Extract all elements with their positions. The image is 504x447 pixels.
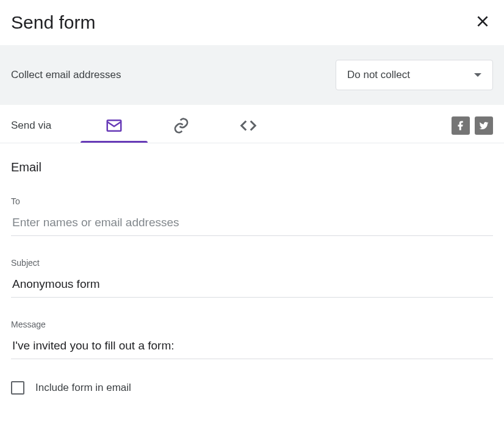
embed-icon xyxy=(239,116,257,135)
include-form-label: Include form in email xyxy=(35,382,131,394)
twitter-share-button[interactable] xyxy=(475,116,493,135)
tab-embed[interactable] xyxy=(215,109,282,143)
subject-field-group: Subject xyxy=(11,258,493,298)
subject-label: Subject xyxy=(11,258,493,268)
twitter-icon xyxy=(478,120,489,131)
include-form-checkbox[interactable] xyxy=(11,381,24,395)
collect-email-dropdown[interactable]: Do not collect xyxy=(336,60,493,90)
close-button[interactable] xyxy=(472,11,493,34)
send-via-tabs xyxy=(81,109,452,143)
send-via-label: Send via xyxy=(11,120,51,132)
email-heading: Email xyxy=(11,160,493,174)
dialog-title: Send form xyxy=(11,12,95,33)
dropdown-value: Do not collect xyxy=(347,69,410,81)
email-form-section: Email To Subject Message Include form in… xyxy=(0,143,504,406)
message-label: Message xyxy=(11,320,493,329)
facebook-share-button[interactable] xyxy=(452,116,470,135)
to-label: To xyxy=(11,196,493,206)
dialog-header: Send form xyxy=(0,0,504,45)
subject-input[interactable] xyxy=(11,274,493,298)
social-share-buttons xyxy=(452,116,493,135)
tab-link[interactable] xyxy=(148,109,215,143)
to-input[interactable] xyxy=(11,212,493,236)
include-form-row: Include form in email xyxy=(11,381,493,395)
chevron-down-icon xyxy=(474,73,481,77)
send-via-section: Send via xyxy=(0,105,504,143)
email-icon xyxy=(105,116,123,135)
message-field-group: Message xyxy=(11,320,493,359)
link-icon xyxy=(172,116,190,135)
close-icon xyxy=(475,13,491,29)
tab-email[interactable] xyxy=(81,109,148,143)
collect-email-label: Collect email addresses xyxy=(11,69,121,81)
to-field-group: To xyxy=(11,196,493,236)
facebook-icon xyxy=(455,120,466,131)
message-input[interactable] xyxy=(11,335,493,359)
collect-email-section: Collect email addresses Do not collect xyxy=(0,45,504,105)
